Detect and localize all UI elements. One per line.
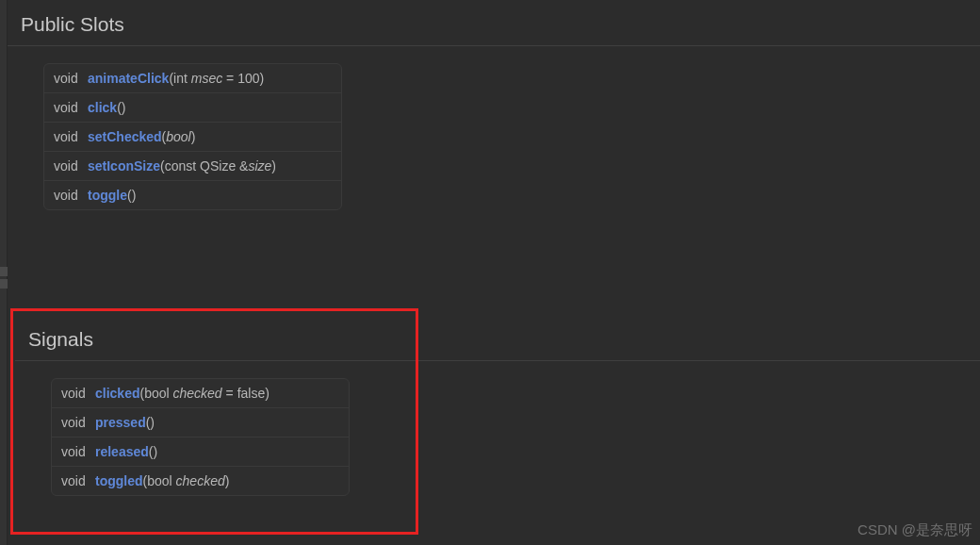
gutter-marker — [0, 279, 8, 289]
params-post: ) — [225, 473, 230, 488]
table-row: void toggle() — [44, 181, 341, 209]
signature: pressed() — [95, 415, 155, 430]
params-ital: msec — [191, 71, 222, 86]
params-pre: (int — [169, 71, 190, 86]
fn-link-clicked[interactable]: clicked — [95, 386, 139, 401]
table-row: void animateClick(int msec = 100) — [44, 64, 341, 93]
return-type: void — [54, 188, 88, 203]
params-pre: () — [146, 415, 155, 430]
fn-link-click[interactable]: click — [88, 100, 117, 115]
return-type: void — [61, 386, 95, 401]
table-row: void setChecked(bool) — [44, 123, 341, 152]
watermark: CSDN @是奈思呀 — [858, 521, 972, 539]
signature: click() — [88, 100, 125, 115]
doc-container: Public Slots void animateClick(int msec … — [8, 0, 980, 545]
fn-link-toggle[interactable]: toggle — [88, 188, 127, 203]
table-row: void toggled(bool checked) — [52, 467, 349, 495]
gutter-marker — [0, 267, 8, 276]
signals-section: Signals void clicked(bool checked = fals… — [15, 315, 980, 496]
params-pre: () — [117, 100, 125, 115]
table-row: void clicked(bool checked = false) — [52, 379, 349, 408]
section-title-public-slots: Public Slots — [8, 0, 980, 43]
params-pre: () — [127, 188, 136, 203]
params-post: = false) — [222, 386, 270, 401]
return-type: void — [61, 415, 95, 430]
params-ital: checked — [176, 473, 225, 488]
fn-link-setIconSize[interactable]: setIconSize — [88, 158, 160, 173]
signature: animateClick(int msec = 100) — [88, 71, 264, 86]
params-pre: (bool — [143, 473, 176, 488]
signature: released() — [95, 444, 157, 459]
signature: toggled(bool checked) — [95, 473, 229, 488]
signature: setChecked(bool) — [88, 129, 195, 144]
slots-table: void animateClick(int msec = 100) void c… — [43, 63, 342, 210]
params-pre: (const QSize & — [160, 158, 248, 173]
return-type: void — [54, 158, 88, 173]
signals-table: void clicked(bool checked = false) void … — [51, 378, 350, 496]
return-type: void — [61, 473, 95, 488]
fn-link-toggled[interactable]: toggled — [95, 473, 143, 488]
params-ital: bool — [166, 129, 190, 144]
params-post: ) — [271, 158, 276, 173]
params-post: ) — [191, 129, 196, 144]
fn-link-released[interactable]: released — [95, 444, 149, 459]
table-row: void setIconSize(const QSize &size) — [44, 152, 341, 181]
table-row: void released() — [52, 438, 349, 467]
params-ital: checked — [173, 386, 222, 401]
title-divider — [15, 360, 980, 361]
params-pre: (bool — [139, 386, 172, 401]
fn-link-setChecked[interactable]: setChecked — [88, 129, 162, 144]
fn-link-animateClick[interactable]: animateClick — [88, 71, 169, 86]
return-type: void — [54, 71, 88, 86]
signature: toggle() — [88, 188, 136, 203]
title-divider — [8, 45, 980, 46]
signature: clicked(bool checked = false) — [95, 386, 270, 401]
public-slots-section: Public Slots void animateClick(int msec … — [8, 0, 980, 210]
table-row: void click() — [44, 93, 341, 123]
params-post: = 100) — [222, 71, 264, 86]
fn-link-pressed[interactable]: pressed — [95, 415, 146, 430]
return-type: void — [61, 444, 95, 459]
return-type: void — [54, 129, 88, 144]
table-row: void pressed() — [52, 408, 349, 438]
return-type: void — [54, 100, 88, 115]
params-ital: size — [248, 158, 271, 173]
params-pre: () — [149, 444, 157, 459]
section-title-signals: Signals — [15, 315, 980, 358]
signature: setIconSize(const QSize &size) — [88, 158, 276, 173]
